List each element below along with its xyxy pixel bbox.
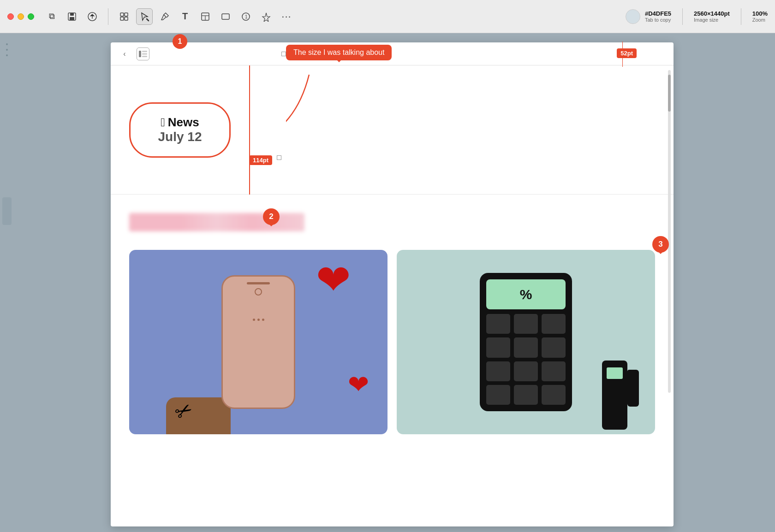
zoom-label: Zoom	[752, 17, 765, 23]
color-copy-label: Tab to copy	[645, 17, 671, 23]
svg-rect-6	[120, 17, 124, 20]
sidebar-handle	[2, 197, 12, 225]
measure-left-label: 114pt	[249, 155, 272, 165]
svg-rect-22	[627, 370, 631, 384]
svg-line-8	[147, 19, 149, 21]
news-text: News	[168, 115, 199, 130]
layout-tool-icon[interactable]	[197, 8, 214, 25]
blurred-text-section: 2	[111, 195, 674, 250]
canvas-header: 1 ‹ The size I was talking about 52pt	[111, 42, 674, 65]
apple-news-badge:  News July 12	[129, 102, 231, 158]
color-info: #D4DFE5 Tab to copy	[626, 9, 671, 24]
svg-rect-2	[70, 17, 74, 20]
rect-tool-icon[interactable]	[217, 8, 234, 25]
sidebar-dot	[6, 49, 8, 51]
traffic-lights	[7, 13, 34, 20]
tooltip-callout: The size I was talking about	[286, 45, 392, 60]
measure-top-label: 52pt	[617, 48, 637, 58]
color-details: #D4DFE5 Tab to copy	[645, 10, 671, 23]
image-size-value: 2560×1440pt	[694, 10, 730, 17]
phone-illustration-card: ❤ ❤	[129, 250, 388, 434]
color-hex-value: #D4DFE5	[645, 10, 671, 17]
zoom-value: 100%	[752, 10, 768, 17]
apple-news-date: July 12	[158, 130, 202, 144]
svg-rect-18	[142, 56, 147, 57]
more-options-icon[interactable]: ···	[278, 8, 295, 25]
svg-rect-23	[607, 367, 623, 379]
circle-tool-icon[interactable]: 1	[238, 8, 254, 25]
annotation-badge-2: 2	[263, 208, 280, 225]
annotation-badge-1: 1	[173, 34, 187, 49]
sidebar-toggle-button[interactable]	[137, 47, 149, 60]
fullscreen-button[interactable]	[28, 13, 34, 20]
minimize-button[interactable]	[18, 13, 24, 20]
selection-handle-content	[277, 155, 281, 160]
pen-tool-icon[interactable]	[156, 8, 173, 25]
color-swatch[interactable]	[626, 9, 640, 24]
annotation-badge-3: 3	[652, 236, 669, 253]
copy-icon[interactable]: ⧉	[43, 8, 60, 25]
svg-rect-15	[139, 51, 141, 57]
zoom-info: 100% Zoom	[752, 10, 768, 23]
divider-3	[741, 8, 741, 25]
apple-news-logo:  News	[161, 115, 199, 130]
scrollbar[interactable]	[668, 70, 671, 393]
svg-rect-5	[125, 13, 128, 16]
select-tool-icon[interactable]	[136, 8, 153, 25]
image-size-info: 2560×1440pt Image size	[694, 10, 730, 23]
image-size-label: Image size	[694, 17, 718, 23]
sidebar-dot	[6, 43, 8, 45]
grid-icon[interactable]	[116, 8, 132, 25]
left-sidebar-strip	[0, 33, 14, 532]
text-tool-icon[interactable]: T	[177, 8, 193, 25]
svg-rect-17	[142, 53, 147, 54]
upload-icon[interactable]	[84, 8, 101, 25]
scrollbar-thumb[interactable]	[668, 75, 671, 112]
divider-1	[108, 8, 108, 25]
back-button[interactable]: ‹	[118, 47, 131, 60]
svg-rect-4	[120, 13, 124, 16]
apple-news-section: 114pt 	[111, 65, 674, 195]
calculator-illustration-card: %	[397, 250, 655, 434]
svg-rect-12	[222, 14, 229, 19]
canvas-wrapper: 1 ‹ The size I was talking about 52pt	[14, 33, 775, 532]
toolbar-right: #D4DFE5 Tab to copy 2560×1440pt Image si…	[626, 8, 768, 25]
svg-rect-7	[125, 17, 128, 20]
close-button[interactable]	[7, 13, 14, 20]
sidebar-dot	[6, 54, 8, 56]
selection-handle-left	[281, 52, 286, 56]
svg-rect-1	[70, 13, 74, 16]
main-area: 1 ‹ The size I was talking about 52pt	[0, 33, 775, 532]
save-icon[interactable]	[64, 8, 80, 25]
fill-tool-icon[interactable]	[258, 8, 274, 25]
svg-text:1: 1	[245, 14, 248, 19]
divider-2	[682, 8, 683, 25]
canvas-content: 114pt 	[111, 65, 674, 526]
measure-line-left	[249, 65, 250, 195]
apple-logo-icon: 	[161, 115, 165, 130]
images-section: 3 ❤ ❤	[111, 250, 674, 434]
svg-rect-16	[142, 51, 147, 52]
toolbar: ⧉ T 1 ··· #D4DFE5 Tab to copy	[0, 0, 775, 33]
canvas: 1 ‹ The size I was talking about 52pt	[111, 42, 674, 526]
